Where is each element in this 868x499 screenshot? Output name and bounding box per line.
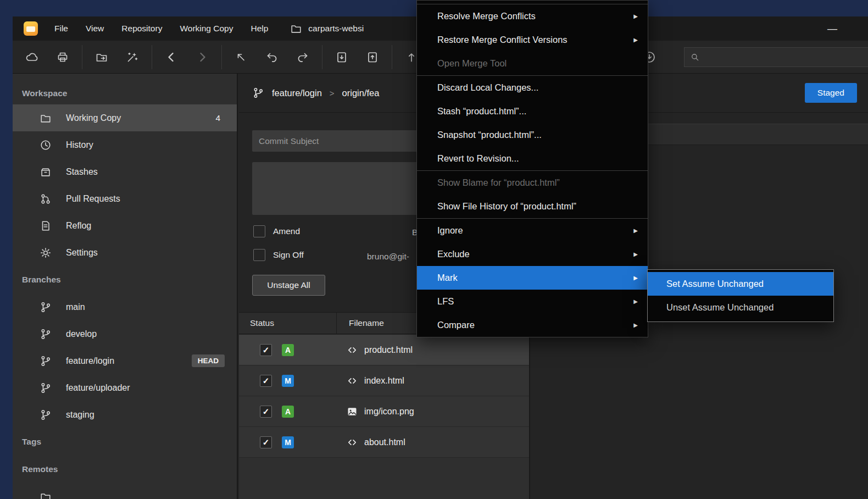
status-badge-modified: M — [282, 375, 294, 387]
menu-item-unset-assume-unchanged[interactable]: Unset Assume Unchanged — [648, 296, 833, 319]
menu-item-discard-local-changes[interactable]: Discard Local Changes... — [417, 76, 648, 99]
menu-item-mark[interactable]: Mark — [417, 266, 648, 290]
menu-view[interactable]: View — [77, 16, 113, 41]
branch-icon — [40, 409, 52, 421]
undo-button[interactable] — [257, 45, 287, 69]
branch-icon — [252, 87, 264, 99]
author-email-label: bruno@git- — [367, 252, 409, 262]
file-checkbox[interactable] — [260, 375, 272, 387]
sidebar-item-branch-staging[interactable]: staging — [13, 401, 237, 428]
print-button[interactable] — [47, 45, 78, 69]
file-checkbox[interactable] — [260, 436, 272, 448]
menu-item-ignore[interactable]: Ignore — [417, 219, 648, 242]
branch-icon — [40, 382, 52, 394]
menu-repository[interactable]: Repository — [113, 16, 171, 41]
menu-item-compare[interactable]: Compare — [417, 313, 648, 337]
checkout-button[interactable] — [226, 45, 257, 69]
menu-item-exclude[interactable]: Exclude — [417, 242, 648, 266]
menu-item-label: Exclude — [437, 249, 470, 259]
amend-row: Amend — [253, 225, 300, 237]
open-repo-icon — [95, 51, 108, 64]
menu-working-copy[interactable]: Working Copy — [171, 16, 242, 41]
menu-item-label: Ignore — [437, 225, 463, 236]
signoff-checkbox[interactable] — [253, 249, 265, 261]
branch-label: feature/login — [66, 356, 114, 366]
chevron-right-icon — [196, 51, 209, 64]
sidebar-item-label: Working Copy — [66, 113, 121, 123]
toolbar-group-repo — [82, 45, 152, 69]
amend-checkbox[interactable] — [253, 225, 265, 237]
menu-item-lfs[interactable]: LFS — [417, 290, 648, 313]
sidebar-item-stashes[interactable]: Stashes — [13, 158, 237, 185]
sidebar-item-branch-develop[interactable]: develop — [13, 320, 237, 347]
menu-item-label: LFS — [437, 296, 454, 307]
branch-label: feature/uploader — [66, 383, 130, 393]
filename-column-header: Filename — [349, 318, 384, 328]
tracking-branch-label: origin/fea — [342, 88, 380, 98]
pop-stash-button[interactable] — [357, 45, 388, 69]
branch-icon — [40, 328, 52, 340]
file-checkbox[interactable] — [260, 406, 272, 418]
stash-box-icon — [40, 166, 52, 178]
toolbar-group-history — [221, 45, 322, 69]
menu-item-label: Restore Merge Conflict Versions — [437, 35, 567, 45]
stash-button[interactable] — [326, 45, 357, 69]
head-badge: HEAD — [192, 354, 225, 367]
open-repo-button[interactable] — [86, 45, 117, 69]
search-box — [684, 47, 868, 67]
menu-item-restore-merge-conflict-versions[interactable]: Restore Merge Conflict Versions — [417, 28, 648, 52]
section-label: Workspace — [22, 88, 67, 98]
menu-help[interactable]: Help — [242, 16, 277, 41]
unstage-all-button[interactable]: Unstage All — [252, 275, 325, 296]
menu-item-resolve-merge-conflicts[interactable]: Resolve Merge Conflicts — [417, 4, 648, 28]
toolbar-group-remote — [13, 45, 82, 69]
file-row-index[interactable]: M index.html — [239, 365, 529, 396]
search-input[interactable] — [704, 53, 868, 62]
forward-button[interactable] — [187, 45, 218, 69]
breadcrumb-separator: > — [330, 88, 335, 98]
file-row-icon-png[interactable]: A img/icon.png — [239, 396, 529, 427]
quick-actions-button[interactable] — [117, 45, 148, 69]
file-row-product[interactable]: A product.html — [239, 335, 529, 365]
staged-button[interactable]: Staged — [805, 83, 857, 103]
current-branch-label: feature/login — [272, 88, 322, 98]
sidebar-item-branch-feature-uploader[interactable]: feature/uploader — [13, 374, 237, 401]
sidebar-item-remote-partial[interactable] — [13, 483, 237, 499]
sidebar-section-workspace: Workspace — [13, 82, 237, 104]
code-file-icon — [347, 437, 358, 448]
file-checkbox[interactable] — [260, 344, 272, 356]
sidebar-item-history[interactable]: History — [13, 131, 237, 158]
column-divider[interactable] — [336, 313, 337, 334]
undo-icon — [265, 51, 279, 64]
sidebar-item-working-copy[interactable]: Working Copy 4 — [13, 104, 237, 131]
arrow-up-left-icon — [235, 51, 248, 64]
sidebar-item-settings[interactable]: Settings — [13, 239, 237, 266]
back-button[interactable] — [156, 45, 187, 69]
menu-item-stash-file[interactable]: Stash “product.html”... — [417, 99, 648, 123]
fetch-button[interactable] — [16, 45, 47, 69]
branch-label: main — [66, 302, 85, 312]
menu-item-label: Show File History of “product.html” — [437, 201, 576, 212]
toolbar-group-nav — [152, 45, 221, 69]
menu-item-label: Stash “product.html”... — [437, 106, 526, 117]
repo-selector[interactable]: carparts-websi — [290, 23, 364, 35]
menu-item-show-file-history[interactable]: Show File History of “product.html” — [417, 195, 648, 218]
menu-item-snapshot-file[interactable]: Snapshot “product.html”... — [417, 123, 648, 147]
chevron-left-icon — [165, 51, 178, 64]
status-badge-added: A — [282, 344, 294, 356]
menu-item-revert-to-revision[interactable]: Revert to Revision... — [417, 147, 648, 170]
menu-item-label: Snapshot “product.html”... — [437, 130, 542, 140]
sidebar-item-branch-main[interactable]: main — [13, 293, 237, 320]
menu-file[interactable]: File — [46, 16, 77, 41]
magic-wand-icon — [126, 51, 139, 64]
sidebar-item-branch-feature-login[interactable]: feature/login HEAD — [13, 347, 237, 374]
minimize-button[interactable]: — — [819, 16, 846, 41]
sidebar-item-pull-requests[interactable]: Pull Requests — [13, 185, 237, 212]
menu-item-set-assume-unchanged[interactable]: Set Assume Unchanged — [648, 272, 833, 296]
menu-item-label: Discard Local Changes... — [437, 82, 538, 93]
menu-item-label: Compare — [437, 320, 475, 330]
sidebar-item-reflog[interactable]: Reflog — [13, 212, 237, 239]
menu-item-label: Unset Assume Unchanged — [666, 302, 774, 313]
redo-button[interactable] — [287, 45, 318, 69]
file-row-about[interactable]: M about.html — [239, 427, 529, 458]
